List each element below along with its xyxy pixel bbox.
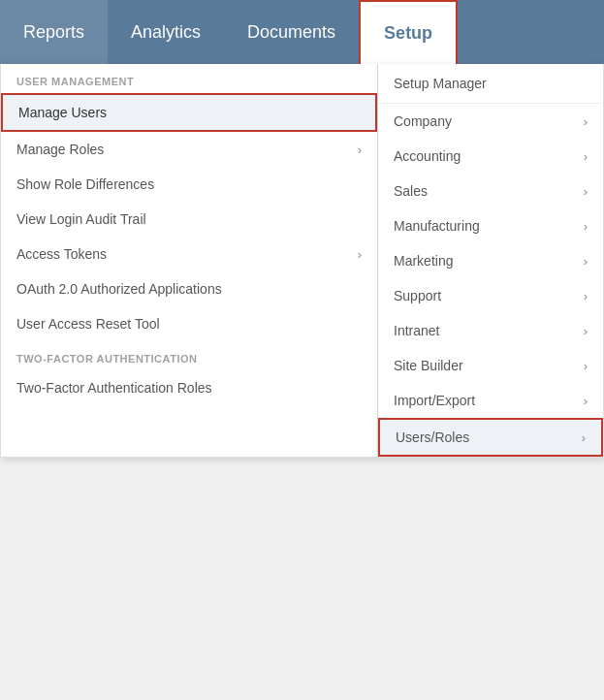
- oauth-label: OAuth 2.0 Authorized Applications: [16, 281, 222, 297]
- intranet-label: Intranet: [394, 323, 439, 338]
- show-role-differences-label: Show Role Differences: [16, 176, 154, 192]
- right-panel: Setup Manager Company › Accounting › Sal…: [378, 64, 604, 458]
- menu-accounting[interactable]: Accounting ›: [378, 139, 603, 174]
- chevron-icon: ›: [584, 114, 588, 129]
- chevron-icon: ›: [358, 143, 362, 157]
- menu-company[interactable]: Company ›: [378, 104, 603, 139]
- chevron-icon: ›: [584, 219, 588, 234]
- setup-manager-item[interactable]: Setup Manager: [378, 64, 603, 104]
- left-panel: USER MANAGEMENT Manage Users Manage Role…: [0, 64, 378, 458]
- chevron-icon: ›: [584, 149, 588, 164]
- menu-user-access-reset[interactable]: User Access Reset Tool: [1, 306, 377, 341]
- import-export-label: Import/Export: [394, 393, 475, 408]
- menu-sales[interactable]: Sales ›: [378, 174, 603, 208]
- site-builder-label: Site Builder: [394, 358, 463, 373]
- chevron-icon: ›: [584, 359, 588, 373]
- nav-documents[interactable]: Documents: [224, 0, 359, 64]
- company-label: Company: [394, 113, 452, 129]
- menu-import-export[interactable]: Import/Export ›: [378, 383, 603, 418]
- user-access-reset-label: User Access Reset Tool: [16, 316, 160, 332]
- chevron-icon: ›: [584, 289, 588, 303]
- marketing-label: Marketing: [394, 253, 453, 269]
- chevron-icon: ›: [582, 430, 586, 445]
- chevron-icon: ›: [584, 254, 588, 269]
- sales-label: Sales: [394, 183, 428, 199]
- chevron-icon: ›: [584, 324, 588, 338]
- nav-setup[interactable]: Setup: [359, 0, 458, 64]
- accounting-label: Accounting: [394, 148, 461, 164]
- menu-two-factor-roles[interactable]: Two-Factor Authentication Roles: [1, 370, 377, 405]
- menu-intranet[interactable]: Intranet ›: [378, 313, 603, 348]
- menu-access-tokens[interactable]: Access Tokens ›: [1, 237, 377, 271]
- menu-manage-roles[interactable]: Manage Roles ›: [1, 132, 377, 167]
- support-label: Support: [394, 288, 441, 303]
- menu-users-roles[interactable]: Users/Roles ›: [378, 418, 603, 457]
- menu-oauth[interactable]: OAuth 2.0 Authorized Applications: [1, 271, 377, 306]
- menu-manufacturing[interactable]: Manufacturing ›: [378, 208, 603, 243]
- manage-roles-label: Manage Roles: [16, 142, 104, 157]
- nav-reports[interactable]: Reports: [0, 0, 108, 64]
- view-login-audit-label: View Login Audit Trail: [16, 211, 146, 227]
- user-management-header: USER MANAGEMENT: [1, 64, 377, 93]
- two-factor-header: TWO-FACTOR AUTHENTICATION: [1, 341, 377, 370]
- nav-analytics[interactable]: Analytics: [108, 0, 224, 64]
- menu-support[interactable]: Support ›: [378, 278, 603, 313]
- two-factor-roles-label: Two-Factor Authentication Roles: [16, 380, 212, 396]
- chevron-icon: ›: [584, 184, 588, 199]
- menu-manage-users[interactable]: Manage Users: [1, 93, 377, 132]
- chevron-icon: ›: [358, 247, 362, 262]
- menu-view-login-audit[interactable]: View Login Audit Trail: [1, 202, 377, 237]
- access-tokens-label: Access Tokens: [16, 246, 107, 262]
- users-roles-label: Users/Roles: [396, 430, 469, 445]
- menu-site-builder[interactable]: Site Builder ›: [378, 348, 603, 383]
- chevron-icon: ›: [584, 394, 588, 408]
- manage-users-label: Manage Users: [18, 105, 107, 120]
- menu-marketing[interactable]: Marketing ›: [378, 243, 603, 278]
- top-nav: Reports Analytics Documents Setup: [0, 0, 604, 64]
- manufacturing-label: Manufacturing: [394, 218, 480, 234]
- dropdown-wrapper: USER MANAGEMENT Manage Users Manage Role…: [0, 64, 604, 458]
- menu-show-role-differences[interactable]: Show Role Differences: [1, 167, 377, 202]
